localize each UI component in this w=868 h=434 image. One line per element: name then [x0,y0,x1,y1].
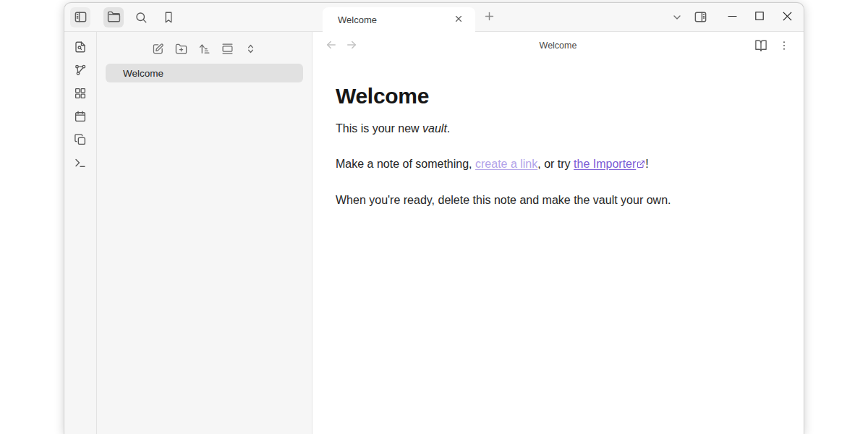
new-tab-button[interactable] [480,8,498,27]
new-note-button[interactable] [150,40,167,57]
p1-suffix: . [447,122,450,135]
toggle-left-sidebar-button[interactable] [70,7,90,27]
more-vertical-icon [778,40,790,51]
note-paragraph-2: Make a note of something, create a link,… [336,157,780,173]
reading-mode-button[interactable] [752,36,770,55]
file-explorer-header [97,36,312,61]
app-body: Welcome [64,32,804,434]
copy-icon [74,133,87,146]
files-tab-button[interactable] [103,7,124,27]
file-item-label: Welcome [123,68,163,79]
arrow-right-icon [345,38,358,54]
tab-list-button[interactable] [668,8,686,27]
bookmarks-tab-button[interactable] [158,7,179,27]
view-actions [752,36,793,55]
terminal-icon [74,156,87,169]
minimize-button[interactable] [718,3,746,31]
sort-asc-icon [198,43,210,55]
panel-left-icon [74,10,88,24]
p1-italic-text: vault [422,122,447,135]
folder-plus-icon [175,43,187,55]
p2-suffix: ! [645,158,648,170]
canvas-button[interactable] [70,84,90,103]
close-icon [783,12,792,23]
new-folder-button[interactable] [173,40,190,57]
sort-order-button[interactable] [196,40,213,57]
arrow-left-icon [325,38,338,54]
chevrons-up-down-icon [244,43,257,55]
chevron-down-icon [671,12,683,23]
command-palette-button[interactable] [70,153,90,172]
file-list: Welcome [97,61,312,85]
titlebar-left-section [64,3,312,32]
book-open-icon [754,39,767,52]
daily-note-button[interactable] [70,107,90,126]
close-window-button[interactable] [773,3,801,31]
layout-button[interactable] [219,40,237,57]
p2-text: Make a note of something, [336,158,475,170]
templates-button[interactable] [70,130,90,149]
note-heading: Welcome [336,84,780,109]
maximize-icon [755,12,764,22]
editor-pane: Welcome [312,32,804,434]
importer-external-link[interactable]: the Importer [574,158,636,170]
tab-label: Welcome [338,14,451,25]
note-paragraph-1: This is your new vault. [336,122,780,137]
quick-switcher-button[interactable] [70,38,90,56]
toggle-right-sidebar-button[interactable] [691,8,710,27]
view-header: Welcome [312,32,804,59]
bookmark-icon [162,11,175,24]
more-options-button[interactable] [775,36,793,55]
p1-text: This is your new [336,122,422,135]
file-item-welcome[interactable]: Welcome [106,64,303,82]
file-search-icon [74,41,87,54]
collapse-all-button[interactable] [242,40,260,57]
search-icon [135,11,148,24]
maximize-button[interactable] [746,3,773,31]
nav-arrows [323,37,360,54]
left-ribbon [64,32,97,434]
panel-right-icon [694,10,707,24]
calendar-icon [74,110,87,123]
plus-icon [483,10,495,25]
file-explorer: Welcome [97,32,312,434]
tab-welcome[interactable]: Welcome [323,7,475,32]
window-controls [718,3,801,31]
edit-icon [152,43,164,55]
view-header-title: Welcome [312,41,804,51]
external-link-icon [637,158,645,173]
graph-view-button[interactable] [70,61,90,80]
layout-grid-icon [74,87,87,100]
p2-middle-text: , or try [537,158,574,170]
graph-icon [74,64,87,77]
desktop-background: Welcome [0,0,868,434]
back-button[interactable] [323,37,340,54]
search-tab-button[interactable] [131,7,151,27]
note-paragraph-3: When you're ready, delete this note and … [336,193,780,208]
create-a-link-internal-link[interactable]: create a link [475,158,537,170]
close-icon [454,14,464,26]
note-content: Welcome This is your new vault. Make a n… [312,59,804,228]
titlebar: Welcome [64,3,804,32]
forward-button[interactable] [343,37,360,54]
obsidian-window: Welcome [64,2,804,434]
minimize-icon [728,12,737,23]
tab-close-button[interactable] [451,12,467,27]
titlebar-right-section [668,3,804,31]
tab-bar: Welcome [312,3,804,32]
folder-icon [107,10,121,24]
gallery-vertical-icon [221,43,234,55]
